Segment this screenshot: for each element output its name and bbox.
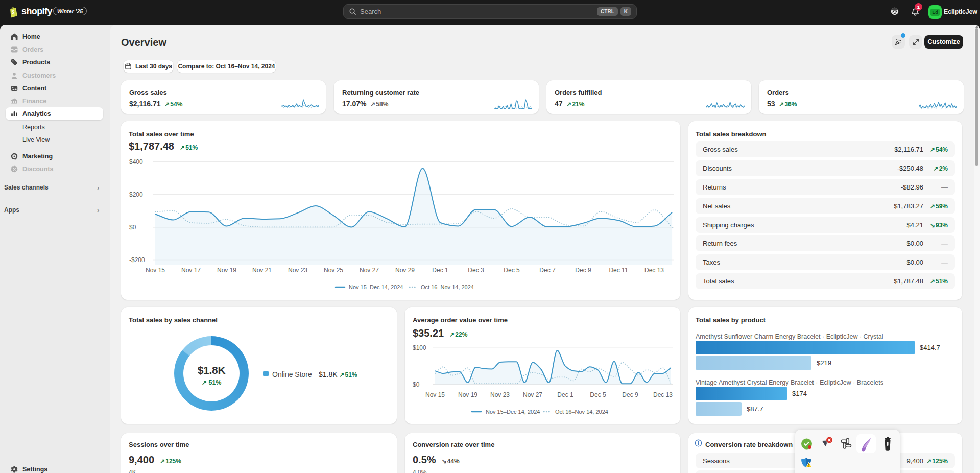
- svg-text:$400: $400: [129, 158, 143, 165]
- svg-text:$0: $0: [129, 224, 136, 231]
- svg-text:Nov 15–Dec 14, 2024: Nov 15–Dec 14, 2024: [349, 284, 403, 290]
- svg-text:Nov 23: Nov 23: [288, 267, 307, 274]
- svg-text:Nov 15: Nov 15: [425, 391, 445, 398]
- svg-text:-$200: -$200: [129, 256, 145, 264]
- svg-text:Dec 7: Dec 7: [539, 267, 556, 274]
- svg-text:$87.7: $87.7: [747, 405, 763, 413]
- svg-text:Dec 11: Dec 11: [609, 267, 628, 274]
- svg-text:Dec 9: Dec 9: [622, 391, 638, 398]
- svg-text:Dec 5: Dec 5: [590, 391, 606, 398]
- svg-text:Dec 1: Dec 1: [432, 267, 448, 274]
- svg-text:Nov 23: Nov 23: [490, 391, 510, 398]
- svg-text:Nov 27: Nov 27: [360, 267, 379, 274]
- svg-text:Nov 15–Dec 14, 2024: Nov 15–Dec 14, 2024: [486, 409, 540, 415]
- svg-text:$414.7: $414.7: [920, 344, 940, 351]
- svg-text:Nov 29: Nov 29: [395, 267, 415, 274]
- svg-text:Nov 25: Nov 25: [324, 267, 343, 274]
- svg-text:Dec 1: Dec 1: [557, 391, 573, 398]
- svg-text:Dec 5: Dec 5: [504, 267, 520, 274]
- svg-text:Nov 27: Nov 27: [523, 391, 542, 398]
- svg-text:Dec 13: Dec 13: [653, 391, 673, 398]
- svg-text:Nov 21: Nov 21: [252, 267, 272, 274]
- svg-text:Dec 9: Dec 9: [575, 267, 591, 274]
- svg-text:Nov 15: Nov 15: [146, 267, 165, 274]
- svg-text:Nov 19: Nov 19: [458, 391, 477, 398]
- svg-text:$219: $219: [817, 359, 831, 367]
- svg-text:$200: $200: [129, 191, 143, 198]
- svg-text:Oct 16–Nov 14, 2024: Oct 16–Nov 14, 2024: [421, 284, 474, 290]
- svg-text:Nov 17: Nov 17: [181, 267, 201, 274]
- svg-text:Nov 19: Nov 19: [217, 267, 236, 274]
- svg-text:Oct 16–Nov 14, 2024: Oct 16–Nov 14, 2024: [555, 409, 608, 415]
- svg-text:$0: $0: [413, 381, 420, 388]
- svg-text:$174: $174: [792, 390, 807, 397]
- svg-text:Dec 3: Dec 3: [468, 267, 484, 274]
- svg-text:Dec 13: Dec 13: [644, 267, 664, 274]
- svg-text:$100: $100: [413, 344, 426, 351]
